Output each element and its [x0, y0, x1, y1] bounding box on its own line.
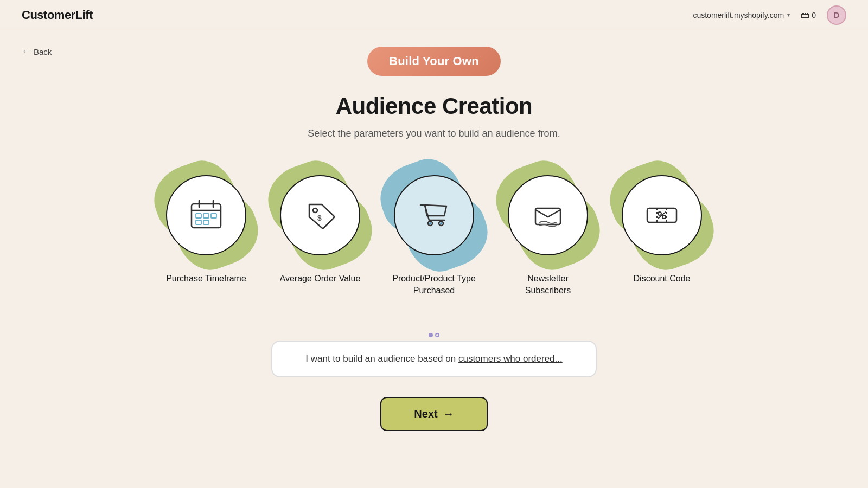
card-discount-code[interactable]: Discount Code [613, 166, 711, 285]
card-newsletter[interactable]: Newsletter Subscribers [499, 166, 597, 297]
store-selector[interactable]: customerlift.myshopify.com ▾ [693, 11, 790, 20]
cart-icon [415, 196, 453, 234]
card-average-order-value[interactable]: $ Average Order Value [271, 166, 369, 285]
price-tag-icon: $ [301, 196, 339, 234]
card-label-purchase: Purchase Timeframe [166, 273, 246, 285]
card-product-type[interactable]: Product/Product Type Purchased [385, 166, 483, 297]
next-label: Next [414, 408, 437, 420]
notification-count: 0 [812, 11, 816, 20]
svg-rect-6 [211, 214, 216, 218]
header: CustomerLift customerlift.myshopify.com … [0, 0, 868, 30]
connector-dots [424, 330, 444, 341]
audience-prefix: I want to build an audience based on [305, 354, 456, 364]
card-circle-selected [394, 175, 474, 255]
svg-point-17 [658, 212, 661, 215]
cards-grid: Purchase Timeframe $ Average Order Value [157, 166, 711, 297]
calendar-icon [187, 196, 225, 234]
back-label: Back [34, 47, 52, 56]
back-arrow-icon: ← [22, 47, 30, 56]
svg-rect-4 [196, 214, 201, 218]
svg-point-9 [313, 208, 317, 213]
card-label-aov: Average Order Value [280, 273, 361, 285]
card-label-newsletter: Newsletter Subscribers [505, 273, 591, 297]
notifications[interactable]: 🗃 0 [801, 10, 816, 20]
chevron-down-icon: ▾ [787, 12, 790, 18]
svg-rect-5 [203, 214, 209, 218]
card-circle [508, 175, 588, 255]
newsletter-icon [529, 196, 567, 234]
build-badge: Build Your Own [367, 47, 501, 76]
svg-point-13 [429, 222, 431, 224]
card-label-discount: Discount Code [634, 273, 691, 285]
audience-text-box: I want to build an audience based on cus… [271, 341, 597, 377]
svg-point-14 [440, 222, 442, 224]
card-label-product: Product/Product Type Purchased [391, 273, 477, 297]
svg-point-18 [662, 215, 666, 219]
card-circle [622, 175, 702, 255]
card-icon-wrap-newsletter [499, 166, 597, 264]
dot-outline [435, 333, 439, 337]
page-title: Audience Creation [336, 93, 533, 119]
store-name: customerlift.myshopify.com [693, 11, 784, 20]
logo: CustomerLift [22, 8, 93, 22]
card-icon-wrap-product [385, 166, 483, 264]
next-arrow-icon: → [443, 408, 454, 420]
svg-rect-8 [203, 220, 209, 224]
card-circle [166, 175, 246, 255]
svg-text:$: $ [317, 214, 322, 222]
next-button[interactable]: Next → [380, 397, 487, 431]
audience-link-text[interactable]: customers who ordered... [458, 354, 563, 364]
dot-filled [429, 333, 433, 337]
card-circle: $ [280, 175, 360, 255]
page-subtitle: Select the parameters you want to build … [308, 128, 560, 139]
card-icon-wrap-discount [613, 166, 711, 264]
audience-connector: I want to build an audience based on cus… [271, 330, 597, 377]
discount-icon [643, 196, 681, 234]
back-button[interactable]: ← Back [22, 47, 52, 56]
svg-rect-7 [196, 220, 201, 224]
inbox-icon: 🗃 [801, 10, 809, 20]
header-right: customerlift.myshopify.com ▾ 🗃 0 D [693, 5, 846, 25]
card-icon-wrap-aov: $ [271, 166, 369, 264]
avatar[interactable]: D [827, 5, 846, 25]
card-icon-wrap-purchase [157, 166, 255, 264]
card-purchase-timeframe[interactable]: Purchase Timeframe [157, 166, 255, 285]
main-content: ← Back Build Your Own Audience Creation … [0, 30, 868, 464]
